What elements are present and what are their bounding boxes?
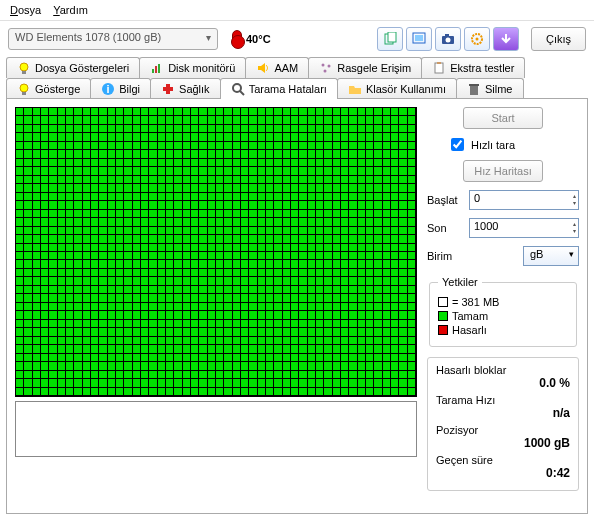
copy-icon-button[interactable] [377,27,403,51]
start-button[interactable]: Start [463,107,543,129]
bulb-icon [17,61,31,75]
scan-speed-value: n/a [436,406,570,420]
tab-gauge[interactable]: Gösterge [6,78,91,99]
stats-panel: Hasarlı bloklar0.0 % Tarama Hızın/a Pozi… [427,357,579,491]
svg-rect-18 [437,62,441,64]
tab-file-indicators[interactable]: Dosya Göstergeleri [6,57,140,78]
magnifier-icon [231,82,245,96]
menu-file[interactable]: Dosya [10,4,41,16]
chart-icon [150,61,164,75]
svg-point-5 [445,38,450,43]
end-label: Son [427,222,463,234]
svg-point-14 [322,64,325,67]
svg-rect-27 [470,86,478,95]
tab-aam[interactable]: AAM [245,57,309,78]
scan-grid [15,107,417,397]
svg-rect-13 [158,64,160,73]
svg-point-15 [328,65,331,68]
thermometer-icon [232,30,242,48]
position-label: Pozisyor [436,424,570,436]
begin-label: Başlat [427,194,463,206]
svg-line-26 [240,91,244,95]
svg-point-19 [20,84,28,92]
unit-label: Birim [427,250,463,262]
download-icon-button[interactable] [493,27,519,51]
svg-rect-20 [22,92,26,95]
exit-button[interactable]: Çıkış [531,27,586,51]
damaged-blocks-value: 0.0 % [436,376,570,390]
svg-rect-17 [435,63,443,73]
damaged-blocks-label: Hasarlı bloklar [436,364,570,376]
svg-text:i: i [107,83,110,95]
scan-speed-label: Tarama Hızı [436,394,570,406]
log-box [15,401,417,457]
bulb-icon [17,82,31,96]
tab-health[interactable]: Sağlık [150,78,221,99]
legend-square-block [438,297,448,307]
unit-select[interactable]: gB [523,246,579,266]
legend-fieldset: Yetkiler = 381 MB Tamam Hasarlı [429,276,577,347]
svg-rect-24 [163,87,173,91]
tab-folder-usage[interactable]: Klasör Kullanımı [337,78,457,99]
begin-input[interactable]: 0 [469,190,579,210]
tab-extra-tests[interactable]: Ekstra testler [421,57,525,78]
screenshot-icon-button[interactable] [406,27,432,51]
health-icon [161,82,175,96]
camera-icon-button[interactable] [435,27,461,51]
speed-map-button[interactable]: Hız Haritası [463,160,543,182]
svg-point-9 [20,63,28,71]
svg-rect-12 [155,66,157,73]
svg-point-8 [475,38,478,41]
tab-info[interactable]: iBilgi [90,78,151,99]
position-value: 1000 gB [436,436,570,450]
settings-icon-button[interactable] [464,27,490,51]
random-icon [319,61,333,75]
svg-point-16 [324,70,327,73]
folder-icon [348,82,362,96]
legend-square-damaged [438,325,448,335]
tab-random-access[interactable]: Rasgele Erişim [308,57,422,78]
svg-rect-10 [22,71,26,74]
temperature-value: 40°C [246,33,271,45]
tab-scan-errors[interactable]: Tarama Hataları [220,78,338,99]
clipboard-icon [432,61,446,75]
temperature-display: 40°C [232,30,271,48]
elapsed-label: Geçen süre [436,454,570,466]
elapsed-value: 0:42 [436,466,570,480]
svg-rect-6 [445,34,449,37]
end-input[interactable]: 1000 [469,218,579,238]
quick-scan-checkbox[interactable]: Hızlı tara [447,135,579,154]
drive-select[interactable]: WD Elements 1078 (1000 gB) [8,28,218,50]
menu-help[interactable]: Yardım [53,4,88,16]
legend-title: Yetkiler [438,276,482,288]
info-icon: i [101,82,115,96]
speaker-icon [256,61,270,75]
tab-disk-monitor[interactable]: Disk monitörü [139,57,246,78]
trash-icon [467,82,481,96]
svg-point-25 [233,84,241,92]
svg-rect-28 [469,84,479,86]
svg-rect-11 [152,69,154,73]
svg-rect-3 [415,35,423,41]
tab-erase[interactable]: Silme [456,78,524,99]
svg-rect-1 [388,32,396,42]
legend-square-ok [438,311,448,321]
